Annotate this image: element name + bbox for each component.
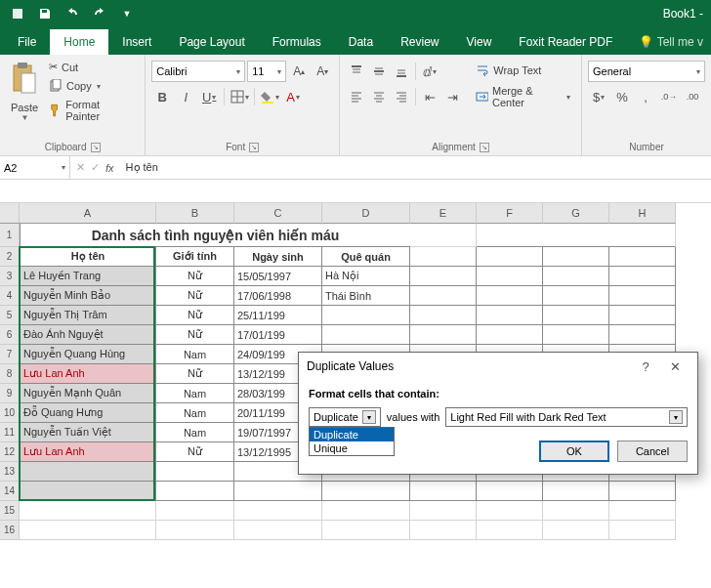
cell[interactable]: Nam [156, 403, 234, 423]
format-combo[interactable]: Light Red Fill with Dark Red Text▾ [445, 407, 688, 427]
cell[interactable] [609, 224, 676, 247]
cell[interactable] [322, 482, 410, 501]
increase-decimal-button[interactable]: .0→ [658, 86, 680, 107]
cell[interactable]: Nam [156, 345, 234, 364]
cell[interactable] [410, 267, 477, 286]
number-format-combo[interactable]: General▾ [588, 61, 705, 82]
paste-button[interactable]: Paste ▼ [6, 57, 43, 140]
col-header[interactable]: H [609, 203, 676, 224]
col-header[interactable]: E [410, 203, 477, 224]
close-button[interactable]: ✕ [660, 359, 690, 374]
cell[interactable] [609, 286, 676, 306]
cell[interactable] [20, 501, 156, 521]
tab-foxit[interactable]: Foxit Reader PDF [505, 29, 626, 55]
cell[interactable] [234, 521, 322, 540]
merge-center-button[interactable]: Merge & Center▾ [471, 82, 575, 111]
cell[interactable] [410, 482, 477, 501]
select-all-corner[interactable] [0, 203, 20, 224]
cell[interactable]: Nam [156, 384, 234, 403]
increase-indent-button[interactable]: ⇥ [441, 86, 463, 107]
cell[interactable]: Đỗ Quang Hưng [20, 403, 156, 423]
row-header[interactable]: 2 [0, 247, 20, 267]
cell[interactable] [322, 306, 410, 325]
row-header[interactable]: 7 [0, 345, 20, 364]
borders-button[interactable]: ▾ [229, 86, 250, 107]
decrease-decimal-button[interactable]: .00 [682, 86, 703, 107]
cell[interactable] [543, 482, 609, 501]
row-header[interactable]: 8 [0, 364, 20, 384]
cancel-button[interactable]: Cancel [617, 441, 688, 462]
increase-font-button[interactable]: A▴ [288, 61, 310, 82]
row-header[interactable]: 6 [0, 325, 20, 345]
cell[interactable] [322, 325, 410, 345]
cell[interactable] [543, 306, 609, 325]
dialog-titlebar[interactable]: Duplicate Values ? ✕ [299, 353, 697, 380]
cell[interactable] [410, 286, 477, 306]
cell[interactable] [156, 521, 234, 540]
system-menu-icon[interactable] [6, 3, 29, 24]
cancel-formula-icon[interactable]: ✕ [76, 161, 85, 174]
col-header[interactable]: G [543, 203, 609, 224]
format-painter-button[interactable]: Format Painter [47, 97, 135, 124]
cell[interactable] [234, 501, 322, 521]
align-bottom-button[interactable] [391, 61, 412, 82]
cell[interactable] [410, 501, 477, 521]
cell[interactable] [477, 521, 543, 540]
cell[interactable]: Nam [156, 423, 234, 442]
row-header[interactable]: 12 [0, 442, 20, 462]
col-header[interactable]: A [20, 203, 156, 224]
row-header[interactable]: 4 [0, 286, 20, 306]
cell[interactable]: 15/05/1997 [234, 267, 322, 286]
cell[interactable] [543, 501, 609, 521]
align-middle-button[interactable] [368, 61, 390, 82]
cell[interactable] [477, 224, 543, 247]
cell[interactable] [477, 247, 543, 267]
cell-header[interactable]: Họ tên [20, 247, 156, 267]
row-header[interactable]: 16 [0, 521, 20, 540]
cell[interactable] [477, 267, 543, 286]
tab-insert[interactable]: Insert [108, 29, 165, 55]
cell[interactable] [20, 462, 156, 482]
cell[interactable] [477, 325, 543, 345]
row-header[interactable]: 15 [0, 501, 20, 521]
cell[interactable]: Lưu Lan Anh [20, 364, 156, 384]
row-header[interactable]: 13 [0, 462, 20, 482]
fill-color-button[interactable]: ▾ [259, 86, 280, 107]
align-left-button[interactable] [346, 86, 367, 107]
cell[interactable]: Nguyễn Tuấn Việt [20, 423, 156, 442]
cell[interactable] [322, 501, 410, 521]
cell-header[interactable]: Giới tính [156, 247, 234, 267]
align-top-button[interactable] [346, 61, 367, 82]
copy-button[interactable]: Copy▾ [47, 77, 135, 95]
tab-formulas[interactable]: Formulas [259, 29, 335, 55]
cell-header[interactable]: Ngày sinh [234, 247, 322, 267]
cell[interactable] [20, 482, 156, 501]
dropdown-option-unique[interactable]: Unique [310, 441, 394, 455]
dialog-launcher-icon[interactable]: ↘ [249, 143, 259, 152]
cell[interactable]: Hà Nội [322, 267, 410, 286]
cell[interactable]: Nữ [156, 442, 234, 462]
dropdown-option-duplicate[interactable]: Duplicate [310, 428, 394, 441]
cell[interactable]: Nữ [156, 306, 234, 325]
align-center-button[interactable] [368, 86, 390, 107]
cell[interactable] [477, 482, 543, 501]
cell[interactable] [609, 501, 676, 521]
cell[interactable] [543, 325, 609, 345]
cell[interactable] [410, 325, 477, 345]
accounting-button[interactable]: $▾ [588, 86, 609, 107]
italic-button[interactable]: I [175, 86, 196, 107]
cell[interactable] [477, 501, 543, 521]
tab-data[interactable]: Data [335, 29, 387, 55]
cell[interactable]: Nữ [156, 364, 234, 384]
tab-page-layout[interactable]: Page Layout [165, 29, 258, 55]
cell-header[interactable]: Quê quán [322, 247, 410, 267]
cell[interactable]: Nữ [156, 267, 234, 286]
underline-button[interactable]: U▾ [198, 86, 220, 107]
cell[interactable] [543, 521, 609, 540]
cell[interactable]: Nữ [156, 286, 234, 306]
cell[interactable] [322, 521, 410, 540]
cell[interactable] [477, 306, 543, 325]
cell[interactable] [543, 267, 609, 286]
cell[interactable]: Lê Huyền Trang [20, 267, 156, 286]
row-header[interactable]: 11 [0, 423, 20, 442]
